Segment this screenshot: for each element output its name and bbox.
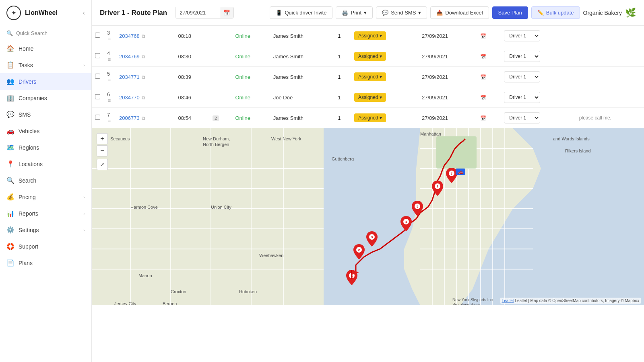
drag-icon: ≡ <box>108 77 111 83</box>
pricing-icon: 💰 <box>6 193 14 201</box>
sidebar-collapse-button[interactable]: ‹ <box>83 9 85 16</box>
order-link-3[interactable]: 2034770 <box>119 95 140 101</box>
calendar-button[interactable]: 📅 <box>220 7 233 18</box>
sidebar-item-pricing[interactable]: 💰 Pricing › <box>0 189 91 205</box>
bulk-update-button[interactable]: ✏️ Bulk update <box>531 6 580 19</box>
send-sms-button[interactable]: 💬 Send SMS ▾ <box>376 6 427 19</box>
route-table: 3 ≡ 2034768 ⧉ 08:18 Online James Smith 1… <box>92 26 644 128</box>
driver-select-1[interactable]: Driver 1 <box>504 51 540 62</box>
sidebar-item-vehicles[interactable]: 🚗 Vehicles <box>0 123 91 139</box>
row-checkbox-3[interactable] <box>95 94 100 99</box>
chevron-right-icon: › <box>83 63 85 68</box>
driver-select-4[interactable]: Driver 1 <box>504 112 540 123</box>
order-link-4[interactable]: 2006773 <box>119 115 140 121</box>
sidebar-item-regions[interactable]: 🗺️ Regions <box>0 139 91 156</box>
cal-icon-cell: 📅 <box>476 26 501 46</box>
quick-search-button[interactable]: 🔍 Quick Search <box>0 26 91 40</box>
sms-chevron-icon: ▾ <box>418 10 421 16</box>
sidebar-item-drivers[interactable]: 👥 Drivers <box>0 73 91 90</box>
home-icon: 🏠 <box>6 45 14 52</box>
sidebar-item-companies[interactable]: 🏢 Companies <box>0 90 91 106</box>
driver-select-cell: Driver 1 <box>501 67 576 87</box>
sidebar-item-sms[interactable]: 💬 SMS <box>0 106 91 123</box>
status-cell: Online <box>232 26 270 46</box>
leaflet-link[interactable]: Leaflet <box>502 298 514 303</box>
driver-select-2[interactable]: Driver 1 <box>504 71 540 82</box>
quick-driver-invite-button[interactable]: 📱 Quick driver Invite <box>270 6 332 19</box>
order-link-0[interactable]: 2034768 <box>119 33 140 39</box>
order-id-cell: 2034768 ⧉ <box>116 26 175 46</box>
copy-icon: ⧉ <box>142 95 145 101</box>
notes-cell <box>576 46 644 67</box>
customer-name-cell: James Smith <box>270 67 334 87</box>
print-button[interactable]: 🖨️ Print ▾ <box>336 6 373 19</box>
regions-icon: 🗺️ <box>6 144 14 151</box>
packages-cell <box>209 67 232 87</box>
order-link-2[interactable]: 2034771 <box>119 74 140 80</box>
sidebar-item-label: Settings <box>19 227 79 233</box>
sidebar-item-support[interactable]: 🛟 Support <box>0 238 91 255</box>
drag-icon: ≡ <box>108 98 111 103</box>
sidebar-item-label: Home <box>19 45 85 52</box>
row-checkbox-0[interactable] <box>95 33 100 38</box>
driver-select-cell: Driver 1 <box>501 108 576 128</box>
table-row: 4 ≡ 2034769 ⧉ 08:30 Online James Smith 1… <box>92 46 644 67</box>
assigned-cell: Assigned ▾ <box>351 26 419 46</box>
fullscreen-button[interactable]: ⤢ <box>97 159 108 170</box>
assigned-cell: Assigned ▾ <box>351 46 419 67</box>
svg-text:2: 2 <box>358 248 360 252</box>
sidebar-item-plans[interactable]: 📄 Plans <box>0 255 91 271</box>
edit-icon: ✏️ <box>537 10 544 16</box>
sidebar-item-search[interactable]: 🔍 Search <box>0 172 91 189</box>
row-checkbox-1[interactable] <box>95 53 100 58</box>
assigned-badge-0[interactable]: Assigned ▾ <box>354 31 386 40</box>
sidebar-item-label: Reports <box>19 210 79 217</box>
row-number: 4 ≡ <box>104 46 116 67</box>
notes-cell: please call me, <box>576 108 644 128</box>
row-checkbox-4[interactable] <box>95 115 100 120</box>
copy-icon: ⧉ <box>142 74 145 80</box>
driver-select-cell: Driver 1 <box>501 87 576 108</box>
download-excel-button[interactable]: 📥 Download Excel <box>430 6 489 19</box>
cal-icon-cell: 📅 <box>476 67 501 87</box>
tasks-icon: 📋 <box>6 61 14 69</box>
sidebar-item-home[interactable]: 🏠 Home <box>0 40 91 57</box>
zoom-out-button[interactable]: − <box>97 145 108 156</box>
driver-select-0[interactable]: Driver 1 <box>504 30 540 41</box>
assigned-badge-2[interactable]: Assigned ▾ <box>354 72 386 81</box>
sidebar-item-tasks[interactable]: 📋 Tasks › <box>0 57 91 73</box>
org-icon: 🌿 <box>625 8 636 18</box>
sidebar-item-settings[interactable]: ⚙️ Settings › <box>0 222 91 238</box>
assigned-badge-3[interactable]: Assigned ▾ <box>354 93 386 102</box>
sidebar: ✦ LionWheel ‹ 🔍 Quick Search 🏠 Home 📋 Ta… <box>0 0 92 362</box>
sidebar-item-label: Search <box>19 177 85 184</box>
support-icon: 🛟 <box>6 243 14 250</box>
date-cell: 27/09/2021 <box>419 46 476 67</box>
svg-text:Rikers Island: Rikers Island <box>565 148 591 153</box>
date-picker[interactable]: 📅 <box>175 7 234 19</box>
map-attribution: Leaflet Leaflet | Map data © OpenStreetM… <box>500 298 641 304</box>
svg-text:New Durham,: New Durham, <box>203 136 230 141</box>
save-plan-button[interactable]: Save Plan <box>492 6 528 19</box>
svg-text:and Wards Islands: and Wards Islands <box>553 136 590 141</box>
settings-icon: ⚙️ <box>6 226 14 234</box>
sidebar-item-locations[interactable]: 📍 Locations <box>0 156 91 172</box>
qty-cell: 1 <box>334 67 351 87</box>
date-input[interactable] <box>175 7 220 18</box>
svg-text:New York Skyports Inc: New York Skyports Inc <box>452 298 493 302</box>
chevron-right-icon: › <box>83 211 85 216</box>
page-title: Driver 1 - Route Plan <box>100 9 167 17</box>
row-checkbox-2[interactable] <box>95 74 100 79</box>
assigned-badge-1[interactable]: Assigned ▾ <box>354 52 386 61</box>
assigned-badge-4[interactable]: Assigned ▾ <box>354 113 386 122</box>
sidebar-item-reports[interactable]: 📊 Reports › <box>0 205 91 222</box>
row-checkbox-cell <box>92 108 104 128</box>
notes-cell <box>576 26 644 46</box>
order-link-1[interactable]: 2034769 <box>119 53 140 60</box>
chevron-right-icon: › <box>83 228 85 232</box>
driver-select-3[interactable]: Driver 1 <box>504 92 540 103</box>
status-cell: Online <box>232 87 270 108</box>
packages-cell: 2 <box>209 108 232 128</box>
zoom-in-button[interactable]: + <box>97 133 108 144</box>
order-id-cell: 2034770 ⧉ <box>116 87 175 108</box>
